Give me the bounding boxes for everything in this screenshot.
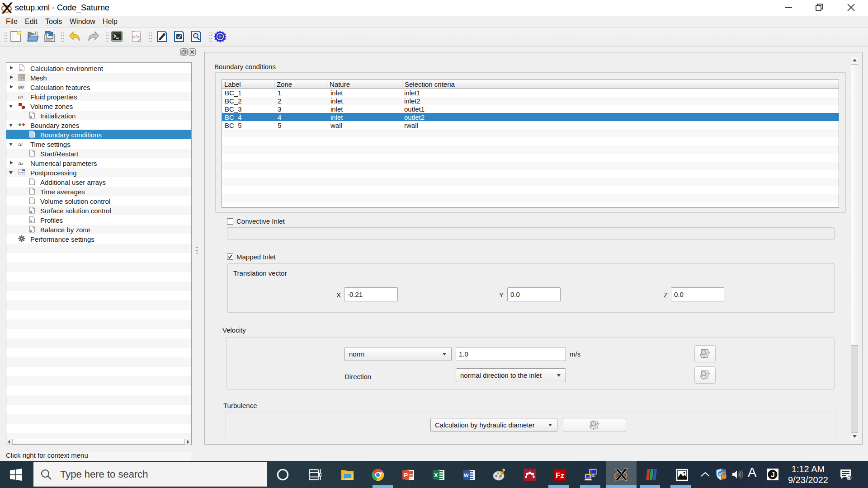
svg-text:P: P: [404, 472, 408, 479]
svg-text:φψ: φψ: [18, 84, 24, 89]
svg-text:Δt: Δt: [18, 141, 23, 147]
svg-text:ρμ: ρμ: [18, 94, 23, 99]
svg-text:Δz: Δz: [18, 160, 24, 166]
svg-text:J: J: [771, 471, 775, 479]
svg-text:Fz: Fz: [556, 471, 564, 480]
svg-text:</>: </>: [132, 34, 140, 39]
svg-text:X: X: [434, 472, 438, 479]
svg-text:W: W: [464, 473, 469, 478]
